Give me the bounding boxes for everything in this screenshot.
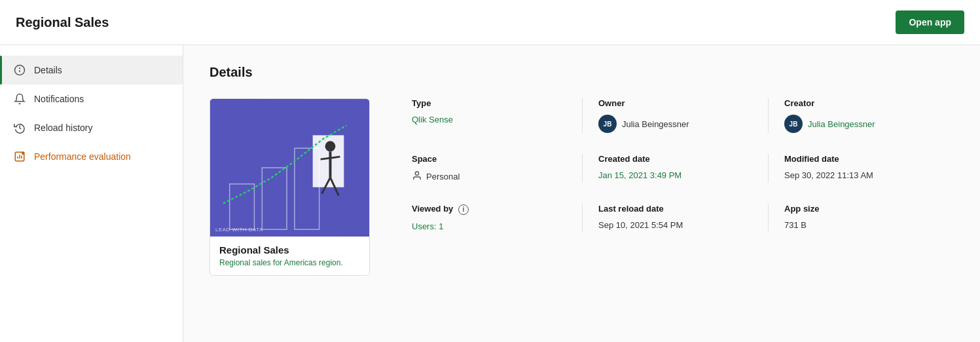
meta-app-size: App size 731 B [768, 204, 954, 231]
open-app-button[interactable]: Open app [896, 10, 964, 34]
app-size-value: 731 B [784, 220, 938, 230]
performance-icon [13, 150, 26, 163]
meta-last-reload: Last reload date Sep 10, 2021 5:54 PM [582, 204, 768, 231]
info-icon [13, 64, 26, 77]
creator-label: Creator [784, 98, 938, 108]
thumbnail-image: LEAD WITH DATA [210, 99, 369, 237]
sidebar-item-details-label: Details [34, 65, 62, 75]
section-title: Details [209, 65, 954, 80]
space-label: Space [412, 154, 566, 164]
thumbnail-info: Regional Sales Regional sales for Americ… [210, 237, 369, 275]
content-area: Details [183, 45, 980, 342]
details-body: LEAD WITH DATA Regional Sales Regional s… [209, 98, 954, 276]
main-layout: Details Notifications Reload history [0, 45, 980, 342]
owner-label: Owner [598, 98, 752, 108]
sidebar-item-notifications-label: Notifications [34, 94, 84, 104]
app-title: Regional Sales [16, 15, 109, 30]
viewed-by-value: Users: 1 [412, 221, 566, 231]
meta-viewed-by: Viewed by i Users: 1 [396, 204, 582, 231]
space-value: Personal [426, 172, 460, 181]
thumbnail-description: Regional sales for Americas region. [219, 258, 360, 267]
app-size-label: App size [784, 204, 938, 214]
type-value[interactable]: Qlik Sense [412, 115, 566, 124]
modified-date-label: Modified date [784, 154, 938, 164]
meta-space: Space Personal [396, 154, 582, 183]
sidebar: Details Notifications Reload history [0, 45, 183, 342]
type-label: Type [412, 98, 566, 108]
thumbnail-name: Regional Sales [219, 244, 360, 256]
sidebar-item-notifications[interactable]: Notifications [0, 85, 183, 113]
sidebar-item-performance-evaluation[interactable]: Performance evaluation [0, 142, 183, 171]
last-reload-label: Last reload date [598, 204, 752, 214]
viewed-by-info-icon: i [458, 204, 469, 215]
creator-avatar: JB [784, 115, 803, 133]
history-icon [13, 121, 26, 134]
owner-row: JB Julia Beingessner [598, 115, 752, 133]
meta-created-date: Created date Jan 15, 2021 3:49 PM [582, 154, 768, 183]
creator-name: Julia Beingessner [808, 119, 875, 129]
meta-modified-date: Modified date Sep 30, 2022 11:13 AM [768, 154, 954, 183]
svg-rect-8 [210, 100, 369, 236]
modified-date-value: Sep 30, 2022 11:13 AM [784, 170, 938, 180]
creator-row: JB Julia Beingessner [784, 115, 938, 133]
svg-point-18 [415, 172, 418, 175]
person-icon [412, 170, 422, 183]
bell-icon [13, 92, 26, 105]
sidebar-item-reload-history-label: Reload history [34, 123, 93, 133]
space-row: Personal [412, 170, 566, 183]
svg-point-13 [325, 141, 336, 151]
lead-with-data-text: LEAD WITH DATA [215, 227, 263, 233]
meta-grid: Type Qlik Sense Owner JB Julia Beingessn… [396, 98, 954, 231]
meta-creator: Creator JB Julia Beingessner [768, 98, 954, 133]
svg-point-7 [22, 152, 25, 155]
created-date-value: Jan 15, 2021 3:49 PM [598, 170, 752, 180]
meta-owner: Owner JB Julia Beingessner [582, 98, 768, 133]
sidebar-item-reload-history[interactable]: Reload history [0, 113, 183, 142]
app-thumbnail: LEAD WITH DATA Regional Sales Regional s… [209, 98, 370, 276]
created-date-label: Created date [598, 154, 752, 164]
sidebar-item-details[interactable]: Details [0, 56, 183, 85]
meta-type: Type Qlik Sense [396, 98, 582, 133]
sidebar-item-performance-label: Performance evaluation [34, 151, 131, 162]
owner-name: Julia Beingessner [622, 119, 689, 129]
last-reload-value: Sep 10, 2021 5:54 PM [598, 220, 752, 230]
owner-avatar: JB [598, 115, 617, 133]
viewed-by-label: Viewed by i [412, 204, 566, 215]
top-bar: Regional Sales Open app [0, 0, 980, 45]
